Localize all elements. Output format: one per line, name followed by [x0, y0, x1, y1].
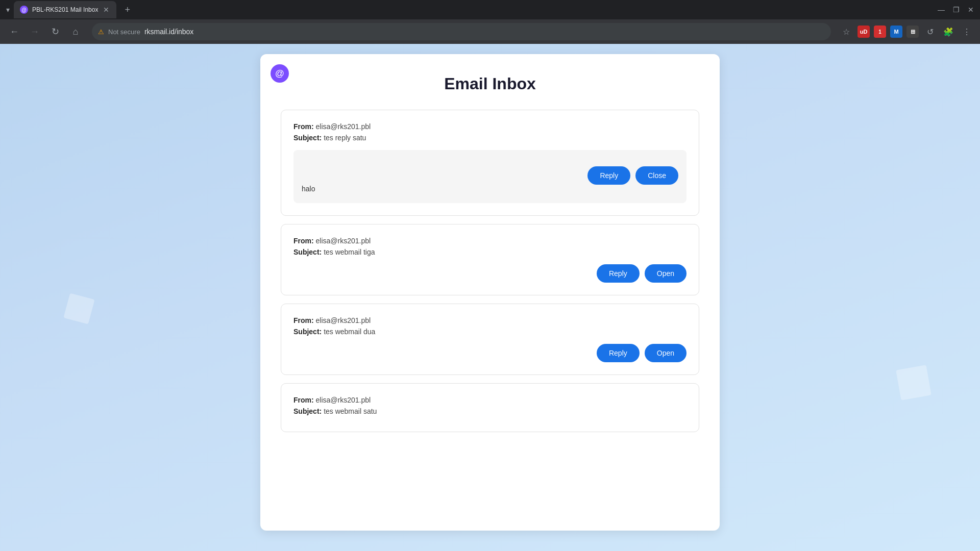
security-warning-icon: ⚠ [98, 28, 104, 36]
back-button[interactable]: ← [6, 23, 22, 40]
tab-dropdown-icon[interactable]: ▾ [6, 6, 10, 14]
email-subject-4: Subject: tes webmail satu [293, 407, 687, 415]
email-subject-3: Subject: tes webmail dua [293, 328, 687, 336]
tab-close-icon[interactable]: ✕ [102, 5, 110, 15]
open-button-2[interactable]: Open [645, 264, 687, 283]
forward-button[interactable]: → [27, 23, 43, 40]
window-controls: — ❐ ✕ [938, 6, 974, 14]
subject-label-4: Subject: [293, 407, 322, 415]
from-value-3: elisa@rks201.pbl [316, 316, 371, 324]
subject-label-3: Subject: [293, 328, 322, 336]
bookmark-icon[interactable]: ☆ [839, 24, 853, 39]
email-from-3: From: elisa@rks201.pbl [293, 316, 687, 324]
browser-toolbar: ← → ↻ ⌂ ⚠ Not secure rksmail.id/inbox ☆ … [0, 19, 980, 44]
email-actions-3: Reply Open [293, 344, 687, 362]
email-container: @ Email Inbox From: elisa@rks201.pbl Sub… [260, 54, 720, 531]
subject-value-1: tes reply satu [324, 134, 366, 142]
url-display: rksmail.id/inbox [144, 28, 193, 36]
email-from-1: From: elisa@rks201.pbl [293, 122, 687, 131]
toolbar-right: ☆ uD 1 M ⊞ ↺ 🧩 ⋮ [839, 24, 974, 39]
address-bar[interactable]: ⚠ Not secure rksmail.id/inbox [92, 23, 831, 40]
ext-blue-icon[interactable]: M [890, 26, 902, 38]
security-label: Not secure [108, 28, 140, 36]
email-from-2: From: elisa@rks201.pbl [293, 237, 687, 245]
tab-title: PBL-RKS201 Mail Inbox [32, 6, 98, 13]
email-subject-2: Subject: tes webmail tiga [293, 248, 687, 256]
new-tab-button[interactable]: + [125, 5, 130, 15]
email-actions-2: Reply Open [293, 264, 687, 283]
deco-shape-right [896, 365, 932, 400]
from-label-1: From: [293, 122, 314, 131]
reload-button[interactable]: ↻ [47, 23, 63, 40]
minimize-button[interactable]: — [938, 6, 945, 14]
restore-button[interactable]: ❐ [953, 6, 960, 14]
subject-label-1: Subject: [293, 134, 322, 142]
ublock-icon[interactable]: uD [857, 26, 870, 38]
subject-label-2: Subject: [293, 248, 322, 256]
from-label-3: From: [293, 316, 314, 324]
tab-favicon: @ [20, 6, 28, 14]
email-card-2: From: elisa@rks201.pbl Subject: tes webm… [281, 224, 699, 295]
subject-value-2: tes webmail tiga [324, 248, 375, 256]
open-button-3[interactable]: Open [645, 344, 687, 362]
email-body-area-1: Reply Close halo [293, 150, 687, 203]
ext-game-icon[interactable]: ⊞ [906, 26, 919, 38]
menu-icon[interactable]: ⋮ [960, 24, 974, 39]
page-title: Email Inbox [281, 74, 699, 93]
browser-titlebar: ▾ @ PBL-RKS201 Mail Inbox ✕ + — ❐ ✕ [0, 0, 980, 19]
reply-button-1[interactable]: Reply [587, 166, 630, 185]
from-value-4: elisa@rks201.pbl [316, 396, 371, 404]
email-actions-1: Reply Close [302, 166, 678, 185]
deco-shape-left [63, 293, 94, 324]
extension-icon[interactable]: 🧩 [941, 24, 955, 39]
email-from-4: From: elisa@rks201.pbl [293, 396, 687, 404]
email-body-text-1: halo [302, 185, 678, 193]
email-card-4: From: elisa@rks201.pbl Subject: tes webm… [281, 383, 699, 432]
close-button[interactable]: ✕ [968, 6, 974, 14]
refresh-icon[interactable]: ↺ [923, 24, 937, 39]
email-card-3: From: elisa@rks201.pbl Subject: tes webm… [281, 304, 699, 375]
subject-value-4: tes webmail satu [324, 407, 377, 415]
browser-tab-active[interactable]: @ PBL-RKS201 Mail Inbox ✕ [14, 1, 116, 18]
reply-button-2[interactable]: Reply [597, 264, 640, 283]
close-button-1[interactable]: Close [635, 166, 678, 185]
from-label-2: From: [293, 237, 314, 245]
email-subject-1: Subject: tes reply satu [293, 134, 687, 142]
subject-value-3: tes webmail dua [324, 328, 375, 336]
reply-button-3[interactable]: Reply [597, 344, 640, 362]
home-button[interactable]: ⌂ [67, 23, 84, 40]
app-logo: @ [271, 64, 289, 83]
from-label-4: From: [293, 396, 314, 404]
page-content: @ Email Inbox From: elisa@rks201.pbl Sub… [0, 44, 980, 551]
from-value-1: elisa@rks201.pbl [316, 122, 371, 131]
from-value-2: elisa@rks201.pbl [316, 237, 371, 245]
ext-red-icon[interactable]: 1 [874, 26, 886, 38]
email-card-1: From: elisa@rks201.pbl Subject: tes repl… [281, 110, 699, 216]
